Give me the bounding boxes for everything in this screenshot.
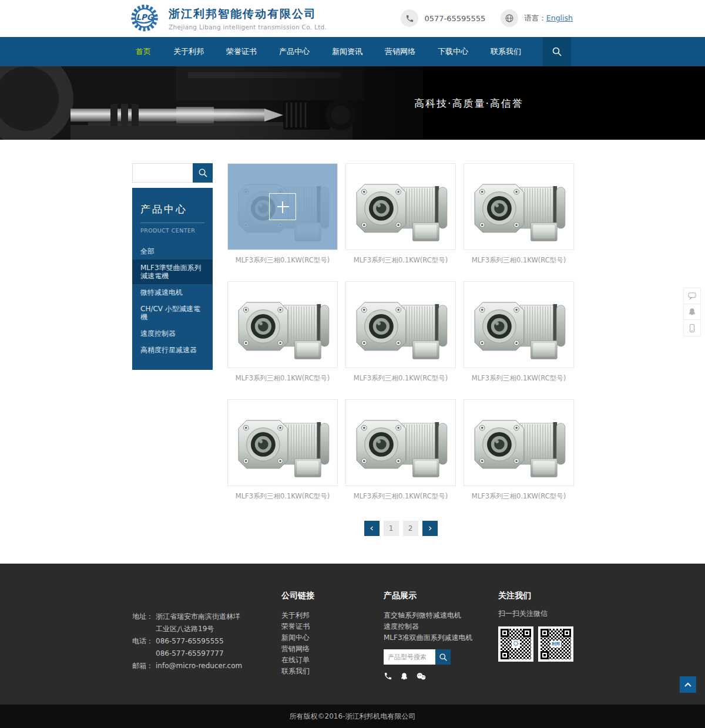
zoom-plus-icon[interactable] (269, 193, 296, 220)
nav-item-network[interactable]: 营销网络 (374, 37, 427, 66)
product-image[interactable] (227, 399, 338, 486)
product-center-panel: 产品中心 PRODUCT CENTER 全部 MLF3準雙曲面系列減速電機 微特… (132, 188, 213, 370)
language-link-english[interactable]: English (546, 14, 573, 22)
product-title[interactable]: MLF3系列三相0.1KW(RC型号) (227, 256, 338, 265)
qr1-logo (512, 640, 520, 648)
qq-icon[interactable] (400, 672, 408, 680)
wechat-icon[interactable] (416, 672, 427, 680)
category-mlf3[interactable]: MLF3準雙曲面系列減速電機 (132, 259, 213, 284)
back-to-top-button[interactable] (680, 676, 696, 693)
company-name-cn: 浙江利邦智能传动有限公司 (169, 6, 327, 22)
product-title[interactable]: MLF3系列三相0.1KW(RC型号) (345, 374, 456, 383)
product-image[interactable] (464, 399, 574, 486)
mobile-icon (689, 323, 696, 333)
product-title[interactable]: MLF3系列三相0.1KW(RC型号) (464, 256, 574, 265)
nav-search-button[interactable] (543, 37, 571, 66)
product-image[interactable] (345, 163, 456, 250)
product-card[interactable]: MLF3系列三相0.1KW(RC型号) (345, 399, 456, 501)
nav-item-products[interactable]: 产品中心 (268, 37, 321, 66)
site-footer: 地址：浙江省瑞安市南滨街道林垟 工业区八达路19号 电话：086-577-655… (0, 564, 705, 705)
gear-motor-image (346, 400, 455, 486)
product-image[interactable] (227, 281, 338, 368)
product-card[interactable]: MLF3系列三相0.1KW(RC型号) (227, 399, 338, 501)
company-name-block: 浙江利邦智能传动有限公司 Zhejiang Libang intelligent… (169, 6, 327, 31)
product-grid: MLF3系列三相0.1KW(RC型号) MLF3系列三相0.1KW(RC型号) … (227, 163, 574, 536)
product-image[interactable] (227, 163, 338, 250)
sidebar-search-button[interactable] (193, 163, 213, 183)
message-icon (687, 292, 697, 300)
wechat-qr-code-1 (498, 626, 533, 662)
footer-product-link-3[interactable]: MLF3准双曲面系列减速电机 (384, 632, 473, 643)
nav-item-download[interactable]: 下载中心 (427, 37, 479, 66)
qq-icon (688, 308, 696, 316)
category-planetary[interactable]: 高精度行星减速器 (132, 342, 213, 358)
pagination-page-2[interactable]: 2 (403, 521, 418, 536)
footer-link-honor[interactable]: 荣誉证书 (281, 621, 314, 632)
mobile-button[interactable] (684, 320, 700, 336)
footer-product-link-2[interactable]: 速度控制器 (384, 621, 473, 632)
banner-slogan: 高科技·高质量·高信誉 (414, 97, 523, 110)
footer-link-about[interactable]: 关于利邦 (281, 610, 314, 621)
pagination-prev-button[interactable] (364, 521, 380, 536)
product-title[interactable]: MLF3系列三相0.1KW(RC型号) (464, 374, 574, 383)
footer-product-link-1[interactable]: 直交轴系列微特减速电机 (384, 610, 473, 621)
nav-item-honor[interactable]: 荣誉证书 (215, 37, 268, 66)
message-button[interactable] (684, 288, 700, 304)
footer-link-network[interactable]: 营销网络 (281, 643, 314, 655)
product-title[interactable]: MLF3系列三相0.1KW(RC型号) (345, 492, 456, 501)
qq-button[interactable] (684, 304, 700, 320)
nav-item-about[interactable]: 关于利邦 (162, 37, 215, 66)
category-all[interactable]: 全部 (132, 243, 213, 259)
gear-motor-image (464, 282, 573, 368)
product-title[interactable]: MLF3系列三相0.1KW(RC型号) (345, 256, 456, 265)
chevron-up-icon (684, 682, 692, 687)
product-title[interactable]: MLF3系列三相0.1KW(RC型号) (227, 374, 338, 383)
product-card[interactable]: MLF3系列三相0.1KW(RC型号) (227, 281, 338, 383)
product-image[interactable] (464, 281, 574, 368)
product-image[interactable] (464, 163, 574, 250)
gear-logo-icon: LPG (127, 3, 163, 34)
product-card[interactable]: MLF3系列三相0.1KW(RC型号) (464, 163, 574, 265)
banner-fade (0, 66, 705, 140)
sidebar-search-input[interactable] (132, 163, 193, 183)
product-image[interactable] (345, 399, 456, 486)
copyright-text: 所有版权©2016-浙江利邦机电有限公司 (290, 712, 416, 720)
header-phone-number: 0577-65595555 (424, 14, 485, 23)
gear-motor-image (464, 164, 573, 250)
product-card[interactable]: MLF3系列三相0.1KW(RC型号) (345, 281, 456, 383)
address-line1: 浙江省瑞安市南滨街道林垟 (156, 611, 240, 623)
product-card[interactable]: MLF3系列三相0.1KW(RC型号) (345, 163, 456, 265)
product-card[interactable]: MLF3系列三相0.1KW(RC型号) (464, 281, 574, 383)
logo[interactable]: LPG 浙江利邦智能传动有限公司 Zhejiang Libang intelli… (127, 3, 327, 34)
footer-search-button[interactable] (435, 649, 451, 665)
floating-toolbar (683, 288, 701, 336)
panel-subtitle: PRODUCT CENTER (140, 227, 204, 234)
nav-item-home[interactable]: 首页 (125, 37, 162, 66)
phone-icon[interactable] (384, 672, 392, 680)
product-card[interactable]: MLF3系列三相0.1KW(RC型号) (464, 399, 574, 501)
category-speed-controller[interactable]: 速度控制器 (132, 325, 213, 342)
product-title[interactable]: MLF3系列三相0.1KW(RC型号) (227, 492, 338, 501)
nav-item-news[interactable]: 新闻资讯 (321, 37, 374, 66)
pagination-page-1[interactable]: 1 (384, 521, 399, 536)
phone-label: 电话： (132, 635, 156, 648)
product-image[interactable] (345, 281, 456, 368)
email-label: 邮箱： (132, 660, 156, 672)
footer-search-input[interactable] (384, 649, 435, 665)
nav-item-contact[interactable]: 联系我们 (479, 37, 532, 66)
pagination-next-button[interactable] (422, 521, 438, 536)
category-chcv[interactable]: CH/CV 小型減速電機 (132, 301, 213, 325)
svg-text:LPG: LPG (136, 13, 154, 22)
gear-motor-image (464, 400, 573, 486)
product-title[interactable]: MLF3系列三相0.1KW(RC型号) (464, 492, 574, 501)
product-card[interactable]: MLF3系列三相0.1KW(RC型号) (227, 163, 338, 265)
footer-link-news[interactable]: 新闻中心 (281, 632, 314, 643)
main-nav: 首页 关于利邦 荣誉证书 产品中心 新闻资讯 营销网络 下载中心 联系我们 (0, 37, 705, 66)
category-micro-motor[interactable]: 微特减速电机 (132, 284, 213, 301)
footer-link-order[interactable]: 在线订单 (281, 655, 314, 666)
panel-title: 产品中心 (140, 203, 204, 223)
chevron-right-icon (427, 525, 434, 532)
footer-phone-2: 086-577-65597777 (132, 648, 242, 660)
footer-phone-1: 086-577-65595555 (156, 635, 224, 648)
footer-link-contact[interactable]: 联系我们 (281, 666, 314, 677)
